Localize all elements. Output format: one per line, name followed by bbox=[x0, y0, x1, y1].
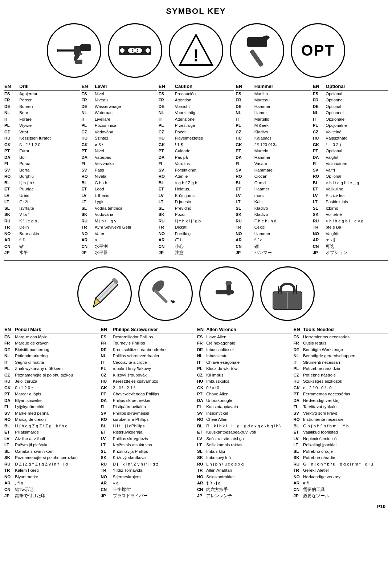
lang-value: Tools Needed bbox=[302, 326, 388, 334]
table-row: ENLevel bbox=[81, 83, 157, 90]
lang-value: Nødvendigt værktøj bbox=[302, 398, 388, 404]
lang-code: BL bbox=[196, 423, 205, 430]
lang-value: Wywier bbox=[19, 122, 80, 129]
table-row: BLl j h { b \ bbox=[4, 180, 80, 186]
table-row: SLImbus klju bbox=[196, 448, 292, 455]
lang-value: Inbussleutel bbox=[205, 353, 292, 359]
table-row: DAPhilips skruetrækker bbox=[100, 398, 196, 404]
lang-code: LT bbox=[235, 199, 254, 205]
lang-code: IT bbox=[100, 359, 112, 366]
table-row: LVmurs bbox=[235, 193, 311, 199]
lang-code: JP bbox=[81, 250, 94, 256]
lang-code: FI bbox=[100, 404, 112, 410]
lang-value: Precaución bbox=[174, 90, 234, 97]
lang-value: Phillips schroevendraaier bbox=[112, 353, 196, 359]
phillips-symbol bbox=[138, 266, 193, 321]
lang-code: FR bbox=[235, 97, 254, 104]
lang-value: Varoitus bbox=[174, 161, 234, 167]
lang-code: EN bbox=[196, 326, 205, 334]
lang-value: 十字螺丝' bbox=[112, 487, 196, 493]
lang-value: Attention bbox=[174, 97, 234, 104]
lang-value: Bohren bbox=[19, 104, 80, 110]
lang-code: FR bbox=[158, 97, 174, 104]
table-row: PLWywier bbox=[4, 122, 80, 129]
lang-value: 必要なツール bbox=[302, 493, 388, 499]
lang-code: JP bbox=[312, 250, 325, 256]
lang-code: FI bbox=[4, 404, 14, 410]
lang-code: ET bbox=[100, 429, 112, 436]
lang-code: SK bbox=[293, 455, 303, 461]
lang-code: SL bbox=[81, 205, 94, 212]
lang-code: LT bbox=[81, 199, 94, 205]
lang-code: SK bbox=[235, 212, 254, 218]
lang-code: EN bbox=[312, 83, 325, 90]
lang-code: CN bbox=[81, 243, 94, 250]
lang-value: Krížový skrutkova bbox=[112, 455, 196, 461]
lang-code: ES bbox=[4, 90, 19, 97]
table-row: ENOptional bbox=[312, 83, 388, 90]
svg-rect-4 bbox=[79, 53, 82, 55]
table-row: ETPuurige bbox=[4, 186, 80, 193]
lang-code: FR bbox=[4, 97, 19, 104]
lang-value: 注意 bbox=[174, 250, 234, 256]
lang-value: Potrebno orodje bbox=[302, 448, 388, 455]
lang-code: EN bbox=[4, 83, 19, 90]
lang-value: M j h \ _ g v bbox=[94, 218, 157, 225]
table-row: DEOptional bbox=[312, 104, 388, 110]
table-row: NLHamer bbox=[235, 110, 311, 116]
lang-code: IT bbox=[81, 116, 94, 123]
table-row: BLH l \ _ j l dPhillips bbox=[100, 423, 196, 430]
lang-code: PT bbox=[293, 391, 303, 398]
lang-code: DE bbox=[312, 104, 325, 110]
table-row: ROOp ional bbox=[312, 173, 388, 180]
lang-value: Atz fhe ar z fhuli bbox=[14, 436, 99, 442]
lang-value: fi £ bbox=[19, 237, 80, 243]
lang-code: JP bbox=[4, 250, 19, 256]
lang-code: ES bbox=[196, 334, 205, 340]
table-row: ITLivellare bbox=[81, 116, 157, 123]
table-row: NOStjerneskrujem bbox=[100, 474, 196, 480]
lang-value: Hoiatus. bbox=[174, 186, 234, 193]
lang-value: 可选 bbox=[325, 243, 388, 250]
lang-value: R _ k l h k l _ i _ g _ g d e x q a \ b … bbox=[205, 423, 292, 430]
lang-code: SV bbox=[235, 167, 254, 174]
table-row: NLBenodigde gereedschappen bbox=[293, 353, 389, 359]
lang-value: Œ ł bbox=[174, 237, 234, 243]
lang-code: FI bbox=[4, 161, 19, 167]
lang-code: AR bbox=[4, 237, 19, 243]
table-row: PTMartelo bbox=[235, 148, 311, 154]
table-row: BLO m d bbox=[235, 180, 311, 186]
lang-value: Kladivo bbox=[254, 129, 311, 136]
table-row: LVAtz fhe ar z fhuli bbox=[4, 436, 99, 442]
lang-code: FI bbox=[235, 161, 254, 167]
table-row: DEHammer bbox=[235, 104, 311, 110]
lang-code: NO bbox=[4, 474, 14, 480]
table-row: SVPhillips skruvmejsel bbox=[100, 410, 196, 417]
table-row: ETPliiatsimärge bbox=[4, 429, 99, 436]
lang-value: Šešiakampis raktas bbox=[205, 442, 292, 448]
lang-code: NL bbox=[4, 110, 19, 116]
table-row: HUKeresztfejes csavarhúzó bbox=[100, 378, 196, 385]
table-row: ROBurghiu bbox=[4, 173, 80, 180]
table-row: FRClé hexagonale bbox=[196, 340, 292, 347]
lang-code: FR bbox=[4, 340, 14, 347]
lang-code: NO bbox=[158, 231, 174, 237]
lang-value: Benodigde gereedschappen bbox=[302, 353, 388, 359]
lang-value: Imbus klju bbox=[205, 448, 292, 455]
table-row: SKVodováha bbox=[81, 212, 157, 218]
lang-value: Nivel bbox=[94, 148, 157, 154]
lang-code: PL bbox=[81, 122, 94, 129]
lang-value: Attenzione bbox=[174, 116, 234, 123]
allen-symbol bbox=[199, 266, 254, 321]
lang-value: オプション bbox=[325, 250, 388, 256]
lang-code: LT bbox=[158, 199, 174, 205]
lang-value: Dikkat bbox=[174, 224, 234, 231]
table-row: ENDrill bbox=[4, 83, 80, 90]
lang-code: NO bbox=[293, 474, 303, 480]
lang-value: Poziomnica bbox=[94, 122, 157, 129]
lang-code: ET bbox=[196, 429, 205, 436]
lang-value: Valfri bbox=[325, 167, 388, 174]
table-row: GK2 . # ! . 2 1 / bbox=[100, 385, 196, 391]
lang-value: Martillo bbox=[254, 90, 311, 97]
table-row: FRNiveau bbox=[81, 97, 157, 104]
